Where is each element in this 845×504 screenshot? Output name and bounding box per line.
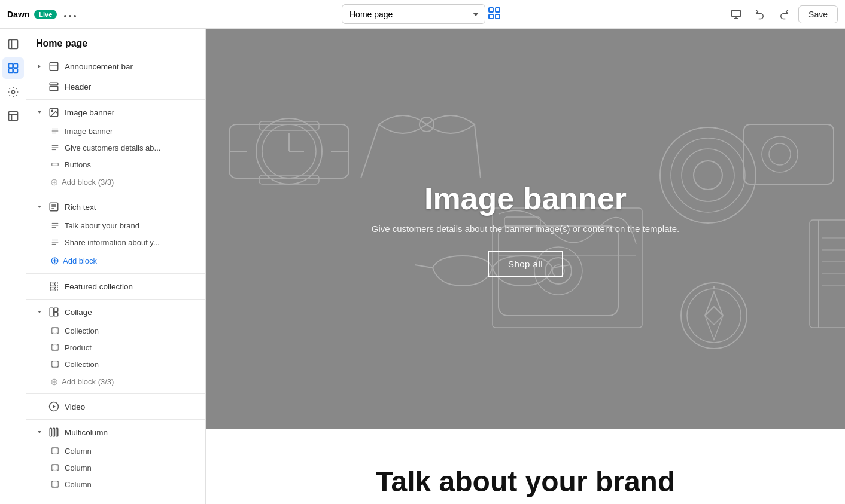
svg-rect-65 — [56, 428, 58, 436]
multicolumn-toggle — [36, 429, 43, 436]
add-block-rich-text-label: Add block — [63, 256, 97, 265]
child-collage-product[interactable]: Product — [26, 339, 205, 356]
desktop-preview-button[interactable] — [727, 5, 746, 24]
image-banner-toggle — [36, 109, 43, 116]
child-collage-collection-2[interactable]: Collection — [26, 356, 205, 372]
nav-theme-icon[interactable] — [2, 81, 24, 103]
lines-icon-1 — [50, 143, 60, 152]
child-talk-brand[interactable]: Talk about your brand — [26, 217, 205, 234]
sidebar-item-image-banner[interactable]: Image banner — [26, 102, 205, 123]
sidebar-title: Home page — [26, 29, 205, 56]
video-label: Video — [65, 402, 196, 411]
child-talk-brand-label: Talk about your brand — [65, 221, 139, 230]
save-button[interactable]: Save — [798, 5, 838, 23]
frame-icon-4 — [50, 446, 60, 456]
svg-rect-23 — [50, 86, 58, 91]
sections-icon — [7, 62, 19, 74]
nav-blocks-icon[interactable] — [2, 105, 24, 127]
svg-rect-10 — [8, 40, 17, 49]
svg-rect-63 — [50, 428, 51, 436]
child-multicolumn-column-2-label: Column — [65, 463, 92, 472]
frame-icon-1 — [50, 326, 60, 335]
svg-rect-44 — [54, 308, 58, 311]
child-image-banner-text[interactable]: Image banner — [26, 123, 205, 139]
child-multicolumn-column-1[interactable]: Column — [26, 442, 205, 459]
theme-icon — [7, 86, 19, 98]
text-icon — [50, 126, 60, 136]
svg-rect-15 — [13, 69, 17, 73]
undo-button[interactable] — [750, 5, 770, 24]
banner-content: Image banner Give customers details abou… — [360, 169, 691, 289]
add-block-image-banner-label: Add block (3/3) — [62, 178, 114, 187]
collage-label: Collage — [65, 308, 196, 317]
talk-title: Talk about your brand — [218, 465, 833, 498]
redo-button[interactable] — [774, 5, 794, 24]
banner-section: Image banner Give customers details abou… — [206, 29, 845, 429]
frame-icon-6 — [50, 479, 60, 489]
text-icon-2 — [50, 221, 60, 230]
sidebar-item-featured-collection[interactable]: Featured collection — [26, 276, 205, 297]
redo-icon — [779, 9, 789, 20]
multicolumn-icon — [48, 426, 60, 438]
child-buttons-label: Buttons — [65, 160, 91, 169]
svg-rect-3 — [489, 8, 493, 12]
svg-rect-14 — [8, 69, 13, 73]
selection-mode-button[interactable] — [485, 4, 503, 24]
divider-3 — [26, 273, 205, 274]
nav-pages-icon[interactable] — [2, 33, 24, 55]
svg-rect-13 — [13, 64, 17, 68]
svg-rect-4 — [496, 8, 500, 12]
topbar-left: Dawn Live — [7, 5, 211, 23]
sidebar-item-rich-text[interactable]: Rich text — [26, 197, 205, 217]
add-block-collage-icon: ⊕ — [50, 376, 58, 387]
svg-point-111 — [687, 289, 741, 343]
sidebar-item-collage[interactable]: Collage — [26, 302, 205, 322]
svg-point-2 — [74, 15, 76, 17]
rich-text-icon — [48, 201, 60, 213]
svg-point-1 — [69, 15, 71, 17]
blocks-icon — [7, 110, 19, 122]
topbar: Dawn Live Home page — [0, 0, 845, 29]
frame-icon-2 — [50, 343, 60, 352]
button-icon — [50, 160, 60, 169]
add-block-rich-text[interactable]: ⊕ Add block — [26, 251, 205, 271]
child-give-customers-label: Give customers details ab... — [65, 143, 160, 152]
selection-icon — [488, 7, 501, 20]
child-give-customers[interactable]: Give customers details ab... — [26, 139, 205, 156]
main-area: Home page Announcement bar Header — [0, 29, 845, 504]
child-image-banner-text-label: Image banner — [65, 127, 113, 136]
banner-shop-all-button[interactable]: Shop all — [488, 251, 563, 277]
header-label: Header — [65, 83, 196, 91]
more-options-button[interactable] — [62, 5, 78, 23]
frame-icon-5 — [50, 463, 60, 472]
sidebar-item-announcement-bar[interactable]: Announcement bar — [26, 56, 205, 77]
collage-toggle — [36, 308, 43, 316]
video-icon — [48, 401, 60, 413]
child-collage-collection-2-label: Collection — [65, 360, 99, 369]
divider-1 — [26, 99, 205, 100]
child-multicolumn-column-3[interactable]: Column — [26, 476, 205, 493]
child-share-info[interactable]: Share information about y... — [26, 234, 205, 251]
svg-rect-20 — [50, 62, 58, 71]
sidebar-item-video[interactable]: Video — [26, 396, 205, 417]
child-collage-collection-1-label: Collection — [65, 326, 99, 335]
svg-rect-103 — [744, 124, 834, 184]
nav-sections-icon[interactable] — [2, 57, 24, 79]
add-block-image-banner[interactable]: ⊕ Add block (3/3) — [26, 173, 205, 191]
child-multicolumn-column-2[interactable]: Column — [26, 459, 205, 476]
page-selector[interactable]: Home page — [342, 4, 485, 24]
undo-icon — [755, 9, 765, 20]
svg-marker-113 — [705, 316, 723, 340]
child-collage-collection-1[interactable]: Collection — [26, 322, 205, 339]
sidebar-item-multicolumn[interactable]: Multicolumn — [26, 422, 205, 442]
announcement-bar-icon — [48, 60, 60, 72]
child-buttons[interactable]: Buttons — [26, 156, 205, 173]
svg-rect-12 — [8, 64, 13, 68]
svg-rect-32 — [52, 163, 59, 166]
sidebar-item-header[interactable]: Header — [26, 77, 205, 97]
add-block-collage-label: Add block (3/3) — [62, 377, 114, 386]
header-icon — [48, 81, 60, 93]
svg-marker-112 — [705, 292, 723, 316]
add-block-collage[interactable]: ⊕ Add block (3/3) — [26, 372, 205, 391]
talk-section: Talk about your brand — [206, 429, 845, 504]
